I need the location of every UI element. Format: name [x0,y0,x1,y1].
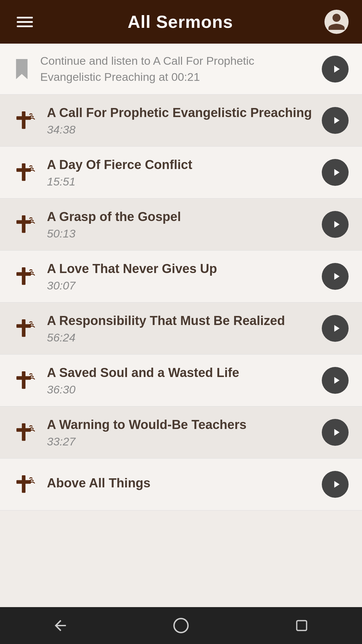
sermon-item[interactable]: A Call For Prophetic Evangelistic Preach… [0,95,362,147]
app-header: All Sermons [0,0,362,44]
svg-rect-2 [22,163,25,181]
sermon-item[interactable]: A Saved Soul and a Wasted Life36:30 [0,355,362,407]
recents-button[interactable] [288,612,315,639]
sermon-duration: 36:30 [47,383,312,396]
sermon-info: A Warning to Would-Be Teachers33:27 [47,417,312,448]
continue-play-button[interactable] [322,56,349,83]
sermon-info: A Day Of Fierce Conflict15:51 [47,157,312,188]
profile-button[interactable] [324,10,349,34]
sermon-info: A Grasp of the Gospel50:13 [47,209,312,240]
sermon-title: A Grasp of the Gospel [47,209,312,225]
sermon-item[interactable]: A Love That Never Gives Up30:07 [0,251,362,303]
svg-rect-14 [22,475,25,493]
sermon-play-button[interactable] [322,263,349,290]
sermon-icon [13,160,38,184]
sermon-item[interactable]: A Responsibility That Must Be Realized56… [0,303,362,355]
sermon-duration: 50:13 [47,227,312,240]
menu-button[interactable] [13,13,36,31]
svg-rect-6 [22,267,25,285]
sermon-info: A Call For Prophetic Evangelistic Preach… [47,105,312,136]
sermon-duration: 34:38 [47,123,312,136]
sermon-title: A Call For Prophetic Evangelistic Preach… [47,105,312,121]
sermon-duration: 15:51 [47,175,312,188]
sermon-list: A Call For Prophetic Evangelistic Preach… [0,95,362,607]
svg-rect-9 [16,324,31,328]
sermon-info: A Saved Soul and a Wasted Life36:30 [47,365,312,396]
sermon-title: A Day Of Fierce Conflict [47,157,312,173]
sermon-item[interactable]: Above All Things [0,459,362,511]
sermon-play-button[interactable] [322,211,349,238]
sermon-title: A Saved Soul and a Wasted Life [47,365,312,381]
sermon-title: A Warning to Would-Be Teachers [47,417,312,433]
page-title: All Sermons [36,12,324,32]
sermon-title: Above All Things [47,475,312,491]
sermon-play-button[interactable] [322,471,349,498]
svg-rect-11 [16,376,31,380]
sermon-duration: 56:24 [47,331,312,344]
sermon-item[interactable]: A Grasp of the Gospel50:13 [0,199,362,251]
sermon-icon [13,316,38,340]
sermon-icon [13,212,38,236]
svg-rect-8 [22,319,25,337]
bookmark-icon [13,59,30,79]
back-button[interactable] [47,612,74,639]
svg-point-16 [174,619,188,633]
bottom-nav [0,607,362,644]
svg-rect-12 [22,423,25,441]
sermon-play-button[interactable] [322,107,349,134]
sermon-item[interactable]: A Day Of Fierce Conflict15:51 [0,147,362,199]
svg-rect-10 [22,371,25,389]
sermon-icon [13,108,38,132]
sermon-icon [13,264,38,288]
svg-rect-7 [16,272,31,276]
sermon-play-button[interactable] [322,159,349,186]
home-button[interactable] [168,612,194,639]
sermon-item[interactable]: A Warning to Would-Be Teachers33:27 [0,407,362,459]
sermon-play-button[interactable] [322,419,349,446]
sermon-duration: 30:07 [47,279,312,292]
svg-rect-1 [16,116,31,120]
svg-rect-17 [297,621,306,630]
sermon-duration: 33:27 [47,435,312,448]
sermon-icon [13,368,38,392]
continue-text: Continue and listen to A Call For Prophe… [40,53,312,85]
sermon-title: A Responsibility That Must Be Realized [47,313,312,329]
sermon-title: A Love That Never Gives Up [47,261,312,277]
continue-banner: Continue and listen to A Call For Prophe… [0,44,362,95]
sermon-play-button[interactable] [322,367,349,394]
svg-rect-3 [16,168,31,172]
sermon-info: Above All Things [47,475,312,493]
sermon-info: A Responsibility That Must Be Realized56… [47,313,312,344]
sermon-play-button[interactable] [322,315,349,342]
svg-rect-4 [22,215,25,233]
svg-rect-15 [16,480,31,484]
sermon-icon [13,420,38,444]
sermon-info: A Love That Never Gives Up30:07 [47,261,312,292]
svg-rect-5 [16,220,31,224]
svg-rect-13 [16,428,31,432]
sermon-icon [13,472,38,496]
svg-rect-0 [22,111,25,129]
